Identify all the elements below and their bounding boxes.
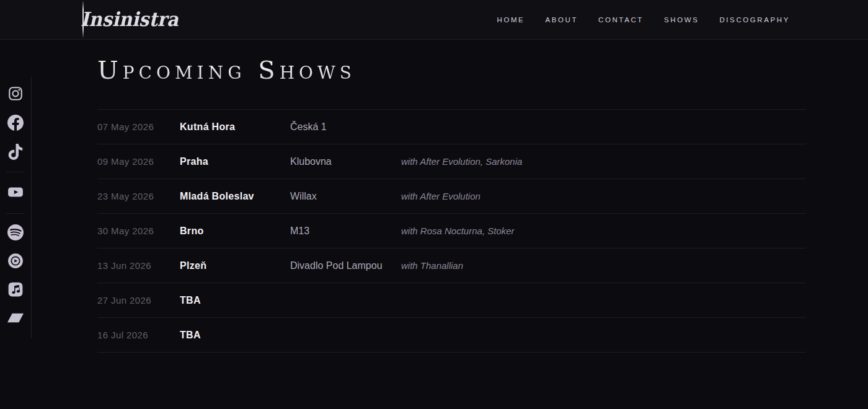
show-note: with Thanallian [401,260,806,271]
show-note: with After Evolution [401,191,806,201]
youtube-music-icon[interactable] [7,253,24,269]
main-nav: HOME ABOUT CONTACT SHOWS DISCOGRAPHY [497,16,790,24]
show-city: Kutná Hora [180,121,290,133]
youtube-icon[interactable] [7,184,24,200]
show-row: 23 May 2026 Mladá Boleslav Willax with A… [97,178,806,213]
show-row: 27 Jun 2026 TBA [97,283,806,317]
show-note: with Rosa Nocturna, Stoker [401,226,806,236]
show-row: 30 May 2026 Brno M13 with Rosa Nocturna,… [97,213,806,248]
show-city: Plzeň [180,260,290,271]
main-content: Upcoming Shows 07 May 2026 Kutná Hora Če… [97,40,806,353]
nav-item-about[interactable]: ABOUT [545,16,578,24]
spotify-icon[interactable] [7,224,24,240]
show-row: 16 Jul 2026 TBA [97,317,806,352]
show-date: 09 May 2026 [97,156,180,167]
nav-item-home[interactable]: HOME [497,16,525,24]
show-note: with After Evolution, Sarkonia [401,156,806,167]
show-venue: Divadlo Pod Lampou [290,260,401,271]
show-date: 16 Jul 2026 [97,330,180,340]
top-nav-bar: Insinistra HOME ABOUT CONTACT SHOWS DISC… [0,0,868,40]
nav-item-shows[interactable]: SHOWS [664,16,699,24]
instagram-icon[interactable] [7,86,24,102]
show-date: 27 Jun 2026 [97,295,180,306]
page-title: Upcoming Shows [97,55,806,86]
show-row: 07 May 2026 Kutná Hora Česká 1 [97,109,806,144]
social-sidebar [0,77,32,338]
show-city: Praha [180,156,290,167]
show-date: 23 May 2026 [97,191,180,201]
show-city: Brno [180,226,290,237]
sidebar-divider [6,213,25,214]
shows-table: 07 May 2026 Kutná Hora Česká 1 09 May 20… [97,109,806,353]
tiktok-icon[interactable] [7,144,24,160]
show-date: 07 May 2026 [97,121,180,132]
band-logo[interactable]: Insinistra [81,10,179,29]
show-venue: Klubovna [290,156,401,167]
show-date: 30 May 2026 [97,226,180,236]
show-city: TBA [180,295,290,306]
show-city: Mladá Boleslav [180,191,290,202]
show-row: 09 May 2026 Praha Klubovna with After Ev… [97,144,806,178]
show-venue: Willax [290,191,401,202]
show-city: TBA [180,330,290,341]
sidebar-divider [6,172,25,172]
show-venue: M13 [290,226,401,237]
apple-music-icon[interactable] [7,281,24,297]
nav-item-discography[interactable]: DISCOGRAPHY [719,16,790,24]
facebook-icon[interactable] [7,115,24,131]
show-venue: Česká 1 [290,121,401,133]
show-date: 13 Jun 2026 [97,260,180,271]
bandcamp-icon[interactable] [7,310,24,326]
show-row: 13 Jun 2026 Plzeň Divadlo Pod Lampou wit… [97,248,806,283]
nav-item-contact[interactable]: CONTACT [598,16,644,24]
